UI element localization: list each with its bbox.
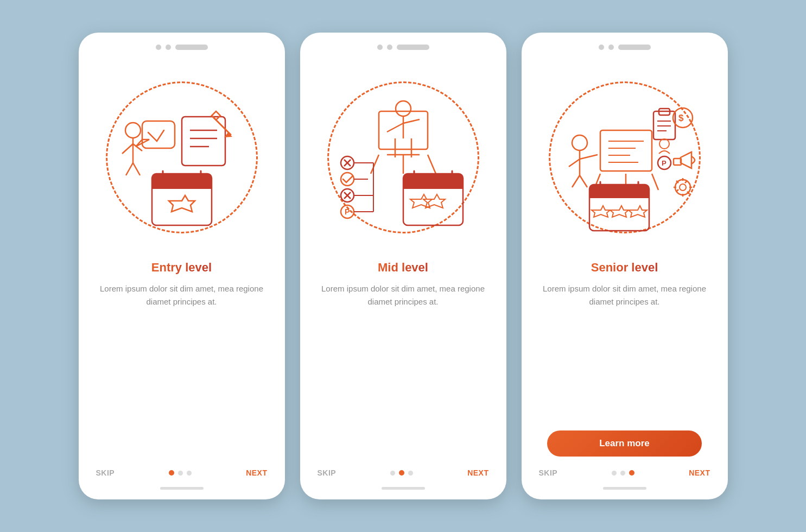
mid-next-button[interactable]: NEXT	[467, 468, 488, 477]
svg-rect-8	[182, 117, 225, 166]
svg-line-92	[676, 189, 678, 192]
entry-level-title: Entry level	[151, 261, 212, 275]
svg-marker-56	[423, 194, 445, 208]
svg-line-2	[122, 144, 133, 154]
senior-level-description: Lorem ipsum dolor sit dim amet, mea regi…	[537, 282, 713, 420]
nav-dot-2	[178, 471, 183, 476]
svg-point-57	[572, 135, 587, 150]
svg-line-60	[580, 155, 598, 159]
svg-marker-55	[410, 194, 432, 208]
status-circle	[387, 45, 392, 50]
nav-dot-1	[169, 470, 174, 476]
screens-container: Entry level Lorem ipsum dolor sit dim am…	[57, 11, 750, 521]
svg-line-27	[428, 155, 436, 174]
svg-rect-95	[589, 194, 649, 198]
senior-level-title: Senior level	[591, 261, 658, 275]
svg-rect-52	[403, 185, 463, 189]
status-circle	[156, 45, 161, 50]
mid-nav-dots	[390, 470, 413, 476]
nav-dot-2	[399, 470, 404, 476]
senior-nav-bar: SKIP NEXT	[537, 464, 713, 482]
svg-line-23	[387, 123, 403, 132]
svg-line-91	[685, 181, 687, 183]
status-line	[618, 45, 651, 50]
mid-level-card: P Mid level Lorem ipsum dolor sit	[300, 33, 506, 499]
svg-rect-17	[152, 185, 212, 189]
svg-line-62	[580, 175, 587, 187]
mid-skip-button[interactable]: SKIP	[318, 468, 337, 477]
svg-line-61	[572, 175, 580, 187]
entry-illustration-svg	[103, 79, 261, 236]
status-circle	[599, 45, 604, 50]
svg-marker-99	[610, 206, 629, 217]
mid-illustration-svg: P	[325, 79, 482, 236]
svg-line-65	[652, 174, 658, 190]
senior-illustration-svg: $ P	[546, 79, 703, 236]
svg-rect-6	[142, 121, 175, 148]
status-circle	[166, 45, 171, 50]
status-line	[397, 45, 429, 50]
svg-rect-63	[600, 130, 652, 171]
svg-line-26	[371, 155, 379, 174]
nav-dot-3	[408, 471, 413, 476]
status-circle	[608, 45, 614, 50]
senior-level-card: $ P	[522, 33, 728, 499]
status-circle	[377, 45, 383, 50]
entry-next-button[interactable]: NEXT	[246, 468, 267, 477]
svg-point-0	[125, 123, 141, 138]
svg-point-21	[396, 101, 411, 116]
mid-nav-bar: SKIP NEXT	[315, 464, 491, 482]
svg-marker-13	[212, 111, 220, 120]
svg-text:P: P	[345, 207, 350, 216]
bottom-line-3	[603, 487, 646, 490]
nav-dot-1	[612, 471, 617, 476]
svg-text:$: $	[678, 113, 684, 123]
svg-marker-20	[169, 195, 195, 212]
illustration-entry	[94, 60, 270, 255]
senior-nav-dots	[612, 470, 634, 476]
svg-line-5	[133, 163, 140, 175]
nav-dot-1	[390, 471, 395, 476]
svg-line-4	[126, 163, 133, 175]
nav-dot-3	[629, 470, 634, 476]
entry-level-card: Entry level Lorem ipsum dolor sit dim am…	[79, 33, 285, 499]
status-bar-2	[315, 45, 491, 50]
bottom-line-2	[382, 487, 425, 490]
entry-skip-button[interactable]: SKIP	[96, 468, 115, 477]
bottom-line-1	[160, 487, 204, 490]
svg-text:P: P	[662, 159, 667, 167]
svg-point-78	[659, 139, 669, 149]
learn-more-button[interactable]: Learn more	[547, 430, 702, 457]
status-bar-3	[537, 45, 713, 50]
mid-level-description: Lorem ipsum dolor sit dim amet, mea regi…	[315, 282, 491, 453]
svg-point-84	[680, 184, 686, 191]
nav-dot-3	[187, 471, 192, 476]
status-line	[175, 45, 208, 50]
illustration-senior: $ P	[537, 60, 713, 255]
entry-level-description: Lorem ipsum dolor sit dim amet, mea regi…	[94, 282, 270, 453]
senior-next-button[interactable]: NEXT	[689, 468, 710, 477]
svg-line-59	[569, 159, 580, 167]
svg-marker-79	[681, 152, 691, 168]
illustration-mid: P	[315, 60, 491, 255]
status-bar-1	[94, 45, 270, 50]
svg-line-24	[403, 119, 420, 123]
svg-marker-100	[629, 206, 647, 217]
entry-nav-dots	[169, 470, 192, 476]
entry-nav-bar: SKIP NEXT	[94, 464, 270, 482]
mid-level-title: Mid level	[378, 261, 428, 275]
svg-marker-98	[592, 206, 610, 217]
senior-skip-button[interactable]: SKIP	[539, 468, 558, 477]
nav-dot-2	[620, 471, 625, 476]
